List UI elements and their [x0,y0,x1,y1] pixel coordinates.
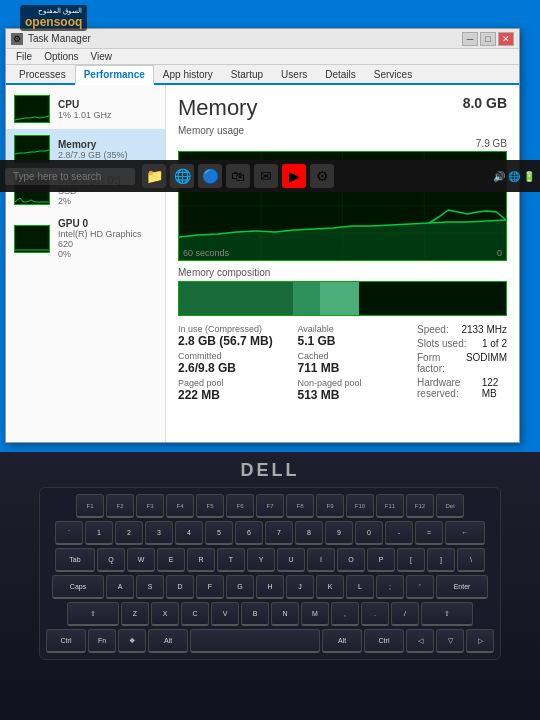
tab-users[interactable]: Users [272,65,316,83]
key-f11[interactable]: F11 [376,494,404,518]
key-5[interactable]: 5 [205,521,233,545]
key-f6[interactable]: F6 [226,494,254,518]
key-f12[interactable]: F12 [406,494,434,518]
key-f5[interactable]: F5 [196,494,224,518]
key-f1[interactable]: F1 [76,494,104,518]
key-f7[interactable]: F7 [256,494,284,518]
key-f[interactable]: F [196,575,224,599]
menu-options[interactable]: Options [38,51,84,62]
key-o[interactable]: O [337,548,365,572]
key-e[interactable]: E [157,548,185,572]
tab-details[interactable]: Details [316,65,365,83]
tab-processes[interactable]: Processes [10,65,75,83]
key-s[interactable]: S [136,575,164,599]
key-f4[interactable]: F4 [166,494,194,518]
key-fn-key[interactable]: Fn [88,629,116,653]
key-backspace[interactable]: ← [445,521,485,545]
key-u[interactable]: U [277,548,305,572]
key-down[interactable]: ▽ [436,629,464,653]
key-n[interactable]: N [271,602,299,626]
key-quote[interactable]: ' [406,575,434,599]
key-rbracket[interactable]: ] [427,548,455,572]
key-f9[interactable]: F9 [316,494,344,518]
taskbar-search-input[interactable] [5,168,135,185]
key-d[interactable]: D [166,575,194,599]
key-rshift[interactable]: ⇧ [421,602,473,626]
sidebar-item-gpu[interactable]: GPU 0 Intel(R) HD Graphics 620 0% [6,212,165,265]
key-9[interactable]: 9 [325,521,353,545]
key-7[interactable]: 7 [265,521,293,545]
key-equals[interactable]: = [415,521,443,545]
key-backtick[interactable]: ` [55,521,83,545]
key-j[interactable]: J [286,575,314,599]
key-l[interactable]: L [346,575,374,599]
key-f3[interactable]: F3 [136,494,164,518]
taskbar-icon-youtube[interactable]: ▶ [282,164,306,188]
key-lctrl[interactable]: Ctrl [46,629,86,653]
tab-services[interactable]: Services [365,65,421,83]
key-win[interactable]: ❖ [118,629,146,653]
key-f10[interactable]: F10 [346,494,374,518]
maximize-button[interactable]: □ [480,32,496,46]
key-semicolon[interactable]: ; [376,575,404,599]
key-1[interactable]: 1 [85,521,113,545]
key-p[interactable]: P [367,548,395,572]
sidebar-item-cpu[interactable]: CPU 1% 1.01 GHz [6,89,165,129]
key-a[interactable]: A [106,575,134,599]
key-v[interactable]: V [211,602,239,626]
taskbar-icon-settings[interactable]: ⚙ [310,164,334,188]
key-space[interactable] [190,629,320,653]
key-b[interactable]: B [241,602,269,626]
key-minus[interactable]: - [385,521,413,545]
minimize-button[interactable]: ─ [462,32,478,46]
key-6[interactable]: 6 [235,521,263,545]
taskbar-icon-store[interactable]: 🛍 [226,164,250,188]
key-i[interactable]: I [307,548,335,572]
key-0[interactable]: 0 [355,521,383,545]
key-comma[interactable]: , [331,602,359,626]
taskbar-icon-browser[interactable]: 🌐 [170,164,194,188]
key-y[interactable]: Y [247,548,275,572]
key-8[interactable]: 8 [295,521,323,545]
tab-apphistory[interactable]: App history [154,65,222,83]
tab-startup[interactable]: Startup [222,65,272,83]
key-lbracket[interactable]: [ [397,548,425,572]
key-3[interactable]: 3 [145,521,173,545]
key-c[interactable]: C [181,602,209,626]
taskbar-icon-edge[interactable]: 🔵 [198,164,222,188]
key-enter[interactable]: Enter [436,575,488,599]
key-backslash[interactable]: \ [457,548,485,572]
key-left[interactable]: ◁ [406,629,434,653]
key-z[interactable]: Z [121,602,149,626]
close-button[interactable]: ✕ [498,32,514,46]
key-m[interactable]: M [301,602,329,626]
key-period[interactable]: . [361,602,389,626]
key-tab[interactable]: Tab [55,548,95,572]
key-x[interactable]: X [151,602,179,626]
taskbar-icon-mail[interactable]: ✉ [254,164,278,188]
key-2[interactable]: 2 [115,521,143,545]
key-del[interactable]: Del [436,494,464,518]
key-w[interactable]: W [127,548,155,572]
key-g[interactable]: G [226,575,254,599]
key-4[interactable]: 4 [175,521,203,545]
taskbar-icon-files[interactable]: 📁 [142,164,166,188]
key-caps[interactable]: Caps [52,575,104,599]
menu-view[interactable]: View [85,51,119,62]
key-right[interactable]: ▷ [466,629,494,653]
key-ralt[interactable]: Alt [322,629,362,653]
key-t[interactable]: T [217,548,245,572]
memory-mini-graph [14,135,50,163]
key-f2[interactable]: F2 [106,494,134,518]
key-rctrl[interactable]: Ctrl [364,629,404,653]
menu-file[interactable]: File [10,51,38,62]
key-k[interactable]: K [316,575,344,599]
key-lalt[interactable]: Alt [148,629,188,653]
key-h[interactable]: H [256,575,284,599]
tab-performance[interactable]: Performance [75,65,154,85]
key-lshift[interactable]: ⇧ [67,602,119,626]
key-f8[interactable]: F8 [286,494,314,518]
key-q[interactable]: Q [97,548,125,572]
key-r[interactable]: R [187,548,215,572]
key-slash[interactable]: / [391,602,419,626]
